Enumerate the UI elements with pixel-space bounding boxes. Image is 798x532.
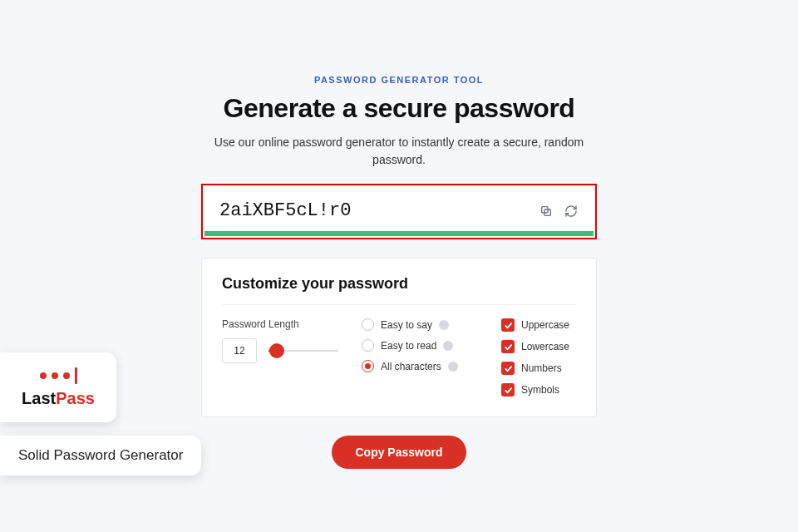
check-uppercase[interactable]: Uppercase xyxy=(501,318,569,332)
radio-icon xyxy=(362,360,374,372)
brand-name: LastPass xyxy=(22,389,95,408)
check-label: Uppercase xyxy=(521,319,569,331)
check-symbols[interactable]: Symbols xyxy=(501,383,569,397)
radio-label: Easy to read xyxy=(381,340,436,352)
caption-card: Solid Password Generator xyxy=(0,436,201,475)
check-lowercase[interactable]: Lowercase xyxy=(501,340,569,353)
check-label: Lowercase xyxy=(521,341,569,352)
radio-label: All characters xyxy=(381,361,441,372)
customize-panel: Customize your password Password Length … xyxy=(201,258,597,417)
radio-icon xyxy=(362,318,374,331)
radio-easy-read[interactable]: Easy to read xyxy=(362,339,478,352)
radio-easy-say[interactable]: Easy to say xyxy=(362,318,478,331)
generated-password: 2aiXBF5cL!r0 xyxy=(219,200,539,221)
checkbox-icon xyxy=(501,318,515,332)
brand-logo-icon xyxy=(40,367,77,384)
page-title: Generate a secure password xyxy=(224,93,575,124)
checkbox-icon xyxy=(501,383,515,397)
radio-label: Easy to say xyxy=(381,319,432,331)
length-slider[interactable] xyxy=(268,349,338,352)
check-numbers[interactable]: Numbers xyxy=(501,362,569,375)
checkbox-icon xyxy=(501,340,515,353)
radio-icon xyxy=(362,339,374,352)
caption-text: Solid Password Generator xyxy=(18,447,183,463)
copy-icon[interactable] xyxy=(539,204,554,219)
panel-title: Customize your password xyxy=(222,275,576,305)
length-input[interactable] xyxy=(222,338,257,363)
info-icon[interactable] xyxy=(439,320,449,330)
refresh-icon[interactable] xyxy=(564,204,579,219)
check-label: Symbols xyxy=(521,384,559,396)
length-label: Password Length xyxy=(222,318,338,330)
password-display: 2aiXBF5cL!r0 xyxy=(201,184,597,239)
copy-password-button[interactable]: Copy Password xyxy=(332,436,466,469)
info-icon[interactable] xyxy=(443,341,453,351)
page-subtitle: Use our online password generator to ins… xyxy=(200,134,598,169)
brand-card: LastPass xyxy=(0,352,116,422)
radio-all-characters[interactable]: All characters xyxy=(362,360,478,372)
info-icon[interactable] xyxy=(448,362,458,372)
eyebrow: PASSWORD GENERATOR TOOL xyxy=(314,75,484,85)
check-label: Numbers xyxy=(521,362,562,374)
checkbox-icon xyxy=(501,362,515,375)
